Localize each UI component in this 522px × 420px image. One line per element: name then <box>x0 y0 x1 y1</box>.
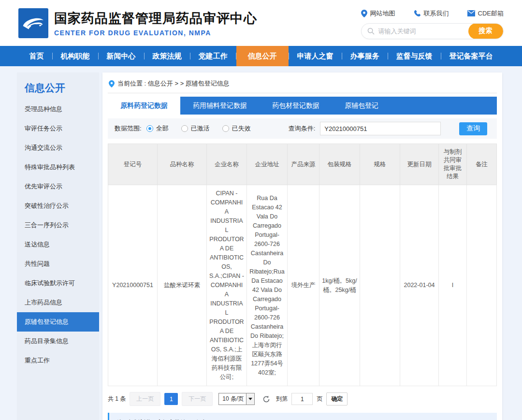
data-scope-label: 数据范围: <box>115 124 142 133</box>
col-update-date: 更新日期 <box>400 144 439 185</box>
sidebar-item-communication[interactable]: 沟通交流公示 <box>17 138 99 158</box>
tab-api-registration[interactable]: 原料药登记数据 <box>108 97 180 115</box>
contact-link-label: 联系我们 <box>424 9 449 18</box>
sidebar-item-drug-catalog[interactable]: 药品目录集信息 <box>17 332 99 351</box>
col-remarks: 备注 <box>467 144 497 185</box>
nav-item-registration-platform[interactable]: 登记备案平台 <box>441 46 501 66</box>
cell-product-source: 境外生产 <box>288 185 319 386</box>
main-wrapper: 信息公开 受理品种信息 审评任务公示 沟通交流公示 特殊审批品种列表 优先审评公… <box>0 66 522 420</box>
nav-item-home[interactable]: 首页 <box>21 46 52 66</box>
sidebar-item-three-in-one[interactable]: 三合一序列公示 <box>17 216 99 235</box>
sidebar-item-raw-excipient-packaging[interactable]: 原辅包登记信息 <box>17 312 99 332</box>
location-pin-icon <box>361 10 367 17</box>
goto-page-unit: 页 <box>317 395 322 403</box>
radio-unselected-icon <box>181 125 188 132</box>
cell-spec <box>360 185 400 386</box>
mail-icon <box>467 10 475 16</box>
page-size-value: 10 条/页 <box>219 393 246 405</box>
sidebar-item-delivery-info[interactable]: 送达信息 <box>17 235 99 254</box>
col-spec: 规格 <box>360 144 400 185</box>
prev-page-button[interactable]: 上一页 <box>130 392 160 406</box>
site-title: 国家药品监督管理局药品审评中心 <box>54 10 257 27</box>
quick-links: 网站地图 联系我们 CDE邮箱 <box>361 9 504 18</box>
sidebar-item-marketed-drugs[interactable]: 上市药品信息 <box>17 293 99 312</box>
sidebar-item-special-approval[interactable]: 特殊审批品种列表 <box>17 158 99 177</box>
sidebar-item-key-work[interactable]: 重点工作 <box>17 351 99 370</box>
nav-item-news[interactable]: 新闻中心 <box>99 46 144 66</box>
pagination: 共 1 条 上一页 1 下一页 10 条/页 到第 页 确定 <box>108 392 497 406</box>
sidebar-item-priority-review[interactable]: 优先审评公示 <box>17 177 99 196</box>
radio-all-label: 全部 <box>156 124 169 133</box>
col-packaging-spec: 包装规格 <box>319 144 360 185</box>
nav-item-party[interactable]: 党建工作 <box>190 46 236 66</box>
cell-company-name: CIPAN - COMPANHIA INDUSTRIAL PRODUTORA D… <box>207 185 247 386</box>
radio-expired[interactable]: 已失效 <box>222 124 251 133</box>
mail-link-label: CDE邮箱 <box>478 9 504 18</box>
nav-item-policy[interactable]: 政策法规 <box>145 46 190 66</box>
scope-radio-group: 全部 已激活 已失效 <box>146 124 251 133</box>
header-right: 网站地图 联系我们 CDE邮箱 搜索 <box>361 7 504 39</box>
current-page-button[interactable]: 1 <box>164 393 178 405</box>
contact-link[interactable]: 联系我们 <box>414 9 449 18</box>
col-company-address: 企业地址 <box>247 144 288 185</box>
sitemap-link[interactable]: 网站地图 <box>361 9 395 18</box>
sidebar-item-common-issues[interactable]: 共性问题 <box>17 254 99 274</box>
cde-logo-icon <box>18 8 48 38</box>
query-button[interactable]: 查询 <box>459 122 487 135</box>
col-company-name: 企业名称 <box>207 144 247 185</box>
next-page-button[interactable]: 下一页 <box>182 392 213 406</box>
content-card: 当前位置 : 信息公开 > > 原辅包登记信息 原料药登记数据 药用辅料登记数据… <box>102 72 502 420</box>
query-condition-input[interactable] <box>320 122 441 135</box>
nav-item-services[interactable]: 办事服务 <box>342 46 388 66</box>
goto-page-input[interactable] <box>291 393 313 405</box>
refresh-button[interactable] <box>262 395 270 403</box>
sidebar-item-review-tasks[interactable]: 审评任务公示 <box>17 119 99 138</box>
site-search: 搜索 <box>361 23 504 39</box>
tab-packaging-registration[interactable]: 药包材登记数据 <box>260 97 332 115</box>
radio-activated-label: 已激活 <box>191 124 210 133</box>
sitemap-link-label: 网站地图 <box>370 9 395 18</box>
pagination-total: 共 1 条 <box>108 395 126 403</box>
dropdown-arrow-icon <box>246 393 254 405</box>
cell-variety-name: 盐酸米诺环素 <box>158 185 207 386</box>
table-row[interactable]: Y20210000751 盐酸米诺环素 CIPAN - COMPANHIA IN… <box>108 185 497 386</box>
nav-item-info-disclosure[interactable]: 信息公开 <box>236 46 289 66</box>
sidebar-title: 信息公开 <box>17 75 99 100</box>
page-size-select[interactable]: 10 条/页 <box>218 393 255 405</box>
query-condition-label: 查询条件: <box>289 124 316 133</box>
col-registration-no: 登记号 <box>108 144 158 185</box>
cell-company-address: Rua Da Estacao 42 Vala Do Carregado Port… <box>247 185 288 386</box>
goto-confirm-button[interactable]: 确定 <box>326 392 348 406</box>
site-subtitle: CENTER FOR DRUG EVALUATION, NMPA <box>54 29 257 37</box>
note-title: 注: “与制剂共同审评审批结果” 释义: <box>117 418 489 420</box>
search-button[interactable]: 搜索 <box>468 23 503 39</box>
col-product-source: 产品来源 <box>288 144 319 185</box>
breadcrumb: 当前位置 : 信息公开 > > 原辅包登记信息 <box>108 77 497 93</box>
results-table: 登记号 品种名称 企业名称 企业地址 产品来源 包装规格 规格 更新日期 与制剂… <box>108 144 497 386</box>
main-nav: 首页 机构职能 新闻中心 政策法规 党建工作 信息公开 申请人之窗 办事服务 监… <box>0 46 522 66</box>
location-pin-icon <box>109 80 115 87</box>
nav-item-applicant[interactable]: 申请人之窗 <box>289 46 342 66</box>
sidebar-item-breakthrough-therapy[interactable]: 突破性治疗公示 <box>17 196 99 216</box>
col-variety-name: 品种名称 <box>158 144 207 185</box>
cell-joint-review-result: I <box>439 185 467 386</box>
nav-item-supervision[interactable]: 监督与反馈 <box>388 46 441 66</box>
cell-registration-no: Y20210000751 <box>108 185 158 386</box>
nav-item-functions[interactable]: 机构职能 <box>53 46 98 66</box>
tab-raw-excipient-packaging[interactable]: 原辅包登记 <box>332 97 391 115</box>
radio-activated[interactable]: 已激活 <box>181 124 210 133</box>
cell-packaging-spec: 1kg/桶。5kg/桶。25kg/桶 <box>319 185 360 386</box>
sidebar-item-clinical-trial-permit[interactable]: 临床试验默示许可 <box>17 274 99 293</box>
refresh-icon <box>262 395 270 403</box>
breadcrumb-text: 当前位置 : 信息公开 > > 原辅包登记信息 <box>117 79 230 88</box>
sidebar-item-accepted-varieties[interactable]: 受理品种信息 <box>17 100 99 119</box>
brand-block: 国家药品监督管理局药品审评中心 CENTER FOR DRUG EVALUATI… <box>54 10 257 37</box>
radio-all[interactable]: 全部 <box>146 124 169 133</box>
mail-link[interactable]: CDE邮箱 <box>467 9 504 18</box>
search-icon <box>367 28 375 35</box>
table-header-row: 登记号 品种名称 企业名称 企业地址 产品来源 包装规格 规格 更新日期 与制剂… <box>108 144 497 185</box>
search-input[interactable] <box>378 28 468 35</box>
cell-remarks <box>467 185 497 386</box>
col-joint-review-result: 与制剂共同审批审批结果 <box>439 144 467 185</box>
tab-excipient-registration[interactable]: 药用辅料登记数据 <box>180 97 260 115</box>
